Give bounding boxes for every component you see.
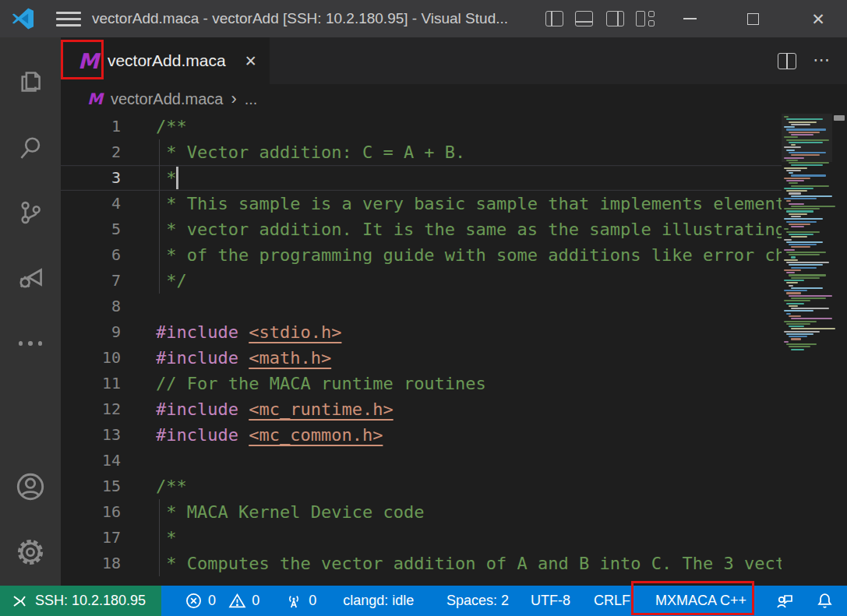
indentation-status[interactable]: Spaces: 2 xyxy=(446,593,509,609)
code-line[interactable]: 4 * This sample is a very basic sample t… xyxy=(61,191,782,216)
code-line[interactable]: 18 * Computes the vector addition of A a… xyxy=(61,551,782,576)
line-number[interactable]: 12 xyxy=(61,396,121,422)
code-line-text: #include <stdio.h> xyxy=(156,319,782,345)
code-line[interactable]: 3 * xyxy=(61,165,782,191)
code-line-text: * Computes the vector addition of A and … xyxy=(156,551,782,576)
code-line[interactable]: 15/** xyxy=(61,473,782,499)
minimap[interactable] xyxy=(782,114,832,586)
sidebar-item-search[interactable] xyxy=(0,121,61,175)
code-line[interactable]: 6 * of the programming guide with some a… xyxy=(61,242,782,268)
code-line[interactable]: 13#include <mc_common.h> xyxy=(61,422,782,448)
hamburger-menu-icon[interactable] xyxy=(56,12,81,26)
feedback-icon xyxy=(775,591,795,611)
line-number[interactable]: 9 xyxy=(61,319,121,345)
annotation-box-tab-file-icon xyxy=(61,40,104,79)
toggle-secondary-sidebar-icon[interactable] xyxy=(606,11,624,26)
remote-label: SSH: 10.2.180.95 xyxy=(35,593,146,609)
breadcrumb-symbol-more[interactable]: ... xyxy=(245,90,258,108)
code-line-text: #include <math.h> xyxy=(156,345,782,371)
feedback-button[interactable] xyxy=(775,591,795,611)
code-line-text: * This sample is a very basic sample tha… xyxy=(156,191,782,216)
code-line-text: * xyxy=(156,165,782,191)
tab-label: vectorAdd.maca xyxy=(108,51,226,70)
activity-bar-more[interactable] xyxy=(0,316,61,371)
code-line[interactable]: 5 * vector addition. It is the same as t… xyxy=(61,216,782,242)
line-number[interactable]: 2 xyxy=(61,139,121,165)
code-line[interactable]: 16 * MACA Kernel Device code xyxy=(61,499,782,525)
encoding-status[interactable]: UTF-8 xyxy=(531,593,570,609)
code-line-text: * xyxy=(156,525,782,551)
breadcrumb-file[interactable]: vectorAdd.maca xyxy=(111,90,224,108)
code-line[interactable]: 7 */ xyxy=(61,268,782,294)
code-line[interactable]: 9#include <stdio.h> xyxy=(61,319,782,345)
gear-icon xyxy=(15,537,46,568)
broadcast-status[interactable]: 0 xyxy=(284,592,316,611)
line-number[interactable]: 13 xyxy=(61,422,121,448)
problems-status[interactable]: 0 0 xyxy=(185,592,259,610)
close-button[interactable]: ✕ xyxy=(800,0,836,37)
maximize-button[interactable] xyxy=(735,0,771,37)
eol-status[interactable]: CRLF xyxy=(594,593,630,609)
code-line-text: * MACA Kernel Device code xyxy=(156,499,782,525)
settings-button[interactable] xyxy=(0,525,61,579)
activity-bar xyxy=(0,37,61,586)
line-number[interactable]: 14 xyxy=(61,448,121,473)
error-count: 0 xyxy=(208,593,216,609)
code-line[interactable]: 14 xyxy=(61,448,782,473)
line-number[interactable]: 15 xyxy=(61,473,121,499)
line-number[interactable]: 8 xyxy=(61,294,121,319)
maximize-icon xyxy=(747,13,759,25)
code-line-text: * vector addition. It is the same as the… xyxy=(156,216,782,242)
title-bar: vectorAdd.maca - vectorAdd [SSH: 10.2.18… xyxy=(0,0,847,37)
customize-layout-icon[interactable] xyxy=(636,11,655,26)
toggle-sidebar-icon[interactable] xyxy=(545,11,563,26)
code-line[interactable]: 1/** xyxy=(61,114,782,139)
code-line[interactable]: 11// For the MACA runtime routines xyxy=(61,371,782,396)
code-line[interactable]: 8 xyxy=(61,294,782,319)
line-number[interactable]: 6 xyxy=(61,242,121,268)
sidebar-item-source-control[interactable] xyxy=(0,185,61,240)
run-debug-icon xyxy=(16,262,45,292)
line-number[interactable]: 1 xyxy=(61,114,121,139)
notifications-button[interactable] xyxy=(815,591,835,611)
clangd-status[interactable]: clangd: idle xyxy=(343,593,414,609)
code-line[interactable]: 17 * xyxy=(61,525,782,551)
line-number[interactable]: 5 xyxy=(61,216,121,242)
scrollbar-slider[interactable] xyxy=(834,115,845,121)
remote-indicator[interactable]: SSH: 10.2.180.95 xyxy=(0,586,161,616)
source-control-icon xyxy=(16,199,44,227)
minimap-content xyxy=(784,116,829,351)
toggle-panel-icon[interactable] xyxy=(575,11,593,26)
line-number[interactable]: 3 xyxy=(61,165,121,191)
line-number[interactable]: 17 xyxy=(61,525,121,551)
line-number[interactable]: 11 xyxy=(61,371,121,396)
broadcast-count: 0 xyxy=(309,593,316,609)
line-number[interactable]: 7 xyxy=(61,268,121,294)
close-icon: ✕ xyxy=(811,11,825,27)
sidebar-item-explorer[interactable] xyxy=(0,55,61,109)
accounts-button[interactable] xyxy=(0,459,61,514)
editor-scrollbar[interactable] xyxy=(832,114,847,586)
line-number[interactable]: 16 xyxy=(61,499,121,525)
code-line[interactable]: 2 * Vector addition: C = A + B. xyxy=(61,139,782,165)
window-title: vectorAdd.maca - vectorAdd [SSH: 10.2.18… xyxy=(92,0,508,37)
code-line[interactable]: 10#include <math.h> xyxy=(61,345,782,371)
line-number[interactable]: 18 xyxy=(61,551,121,576)
line-number[interactable]: 10 xyxy=(61,345,121,371)
sidebar-item-run-debug[interactable] xyxy=(0,250,61,304)
editor-actions-more-icon[interactable]: ⋯ xyxy=(810,48,834,72)
split-editor-icon[interactable] xyxy=(778,53,796,69)
search-icon xyxy=(16,134,44,162)
code-line[interactable]: 12#include <mc_runtime.h> xyxy=(61,396,782,422)
code-editor[interactable]: 1/**2 * Vector addition: C = A + B.3 *4 … xyxy=(61,114,782,586)
tab-close-icon[interactable]: ✕ xyxy=(245,52,257,70)
annotation-box-language-mode xyxy=(631,581,754,615)
code-line-text: /** xyxy=(156,473,782,499)
vscode-window: vectorAdd.maca - vectorAdd [SSH: 10.2.18… xyxy=(0,0,847,616)
code-line-text: */ xyxy=(156,268,782,294)
minimize-button[interactable] xyxy=(672,0,708,37)
code-line-text xyxy=(156,448,782,473)
code-line-text: #include <mc_common.h> xyxy=(156,422,782,448)
maca-file-icon-small: M xyxy=(87,90,103,108)
line-number[interactable]: 4 xyxy=(61,191,121,216)
